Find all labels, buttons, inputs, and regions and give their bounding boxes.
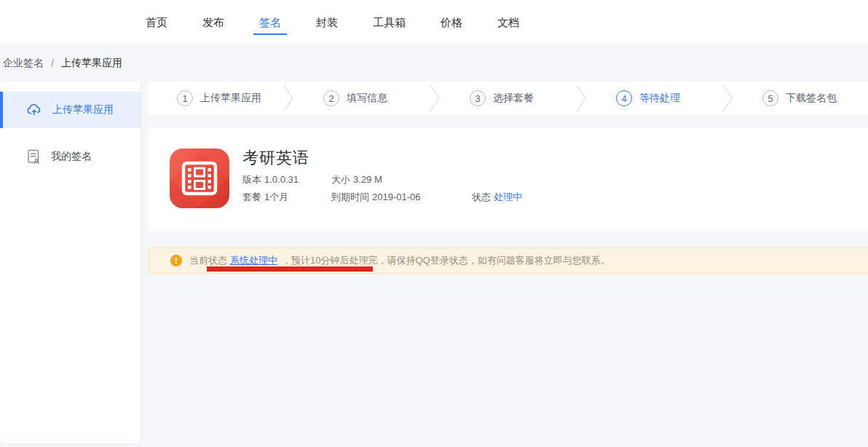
signature-doc-icon bbox=[26, 149, 41, 165]
status-link[interactable]: 处理中 bbox=[494, 191, 522, 202]
breadcrumb-current: 上传苹果应用 bbox=[61, 57, 122, 70]
app-meta-row: 套餐1个月 到期时间2019-01-06 状态处理中 bbox=[242, 191, 522, 202]
app-status: 状态处理中 bbox=[472, 191, 522, 202]
nav-item-toolbox[interactable]: 工具箱 bbox=[373, 0, 406, 45]
step-4-waiting-process: 4 等待处理 bbox=[587, 90, 722, 106]
app-info-card: 考研英语 版本1.0.0.31 大小3.29 M 套餐1个月 到期时间2019-… bbox=[148, 128, 868, 232]
app-size: 大小3.29 M bbox=[331, 174, 472, 185]
sidebar-item-upload-apple-app[interactable]: 上传苹果应用 bbox=[0, 92, 141, 128]
step-label: 下载签名包 bbox=[786, 92, 837, 105]
nav-item-signature[interactable]: 签名 bbox=[259, 0, 281, 45]
app-plan: 套餐1个月 bbox=[242, 191, 331, 202]
step-number: 2 bbox=[323, 90, 339, 106]
step-chevron-icon bbox=[575, 84, 587, 112]
step-3-choose-plan: 3 选择套餐 bbox=[441, 90, 575, 106]
alert-text-prefix: 当前状态 bbox=[189, 254, 227, 267]
step-number: 3 bbox=[470, 90, 486, 106]
step-2-fill-info: 2 填写信息 bbox=[294, 90, 429, 106]
sidebar-item-label: 上传苹果应用 bbox=[52, 103, 114, 116]
nav-item-home[interactable]: 首页 bbox=[146, 0, 167, 45]
step-chevron-icon bbox=[283, 84, 294, 112]
step-label: 填写信息 bbox=[347, 92, 387, 105]
system-processing-link[interactable]: 系统处理中 bbox=[230, 254, 277, 267]
breadcrumb-parent[interactable]: 企业签名 bbox=[3, 57, 44, 70]
app-info: 考研英语 版本1.0.0.31 大小3.29 M 套餐1个月 到期时间2019-… bbox=[242, 149, 522, 232]
step-chevron-icon bbox=[429, 84, 441, 112]
nav-item-price[interactable]: 价格 bbox=[441, 0, 462, 45]
app-expire-date: 到期时间2019-01-06 bbox=[331, 191, 472, 202]
sidebar-item-label: 我的签名 bbox=[51, 150, 92, 163]
breadcrumb: 企业签名 / 上传苹果应用 bbox=[0, 45, 868, 82]
red-underline-annotation bbox=[207, 266, 373, 272]
sidebar: 上传苹果应用 我的签名 bbox=[0, 82, 141, 444]
nav-item-docs[interactable]: 文档 bbox=[497, 0, 519, 45]
sidebar-item-my-signatures[interactable]: 我的签名 bbox=[0, 138, 141, 175]
top-navigation: 首页 发布 签名 封装 工具箱 价格 文档 bbox=[0, 0, 868, 45]
step-label: 等待处理 bbox=[639, 92, 680, 105]
cloud-upload-icon bbox=[26, 102, 42, 118]
breadcrumb-separator: / bbox=[51, 58, 54, 69]
main-content: 1 上传苹果应用 2 填写信息 3 选择套餐 4 等待处理 5 下载签名包 bbox=[148, 82, 868, 274]
app-version: 版本1.0.0.31 bbox=[242, 174, 331, 185]
step-5-download-package: 5 下载签名包 bbox=[733, 90, 868, 106]
step-1-upload: 1 上传苹果应用 bbox=[148, 90, 283, 106]
step-number: 4 bbox=[616, 90, 632, 106]
nav-item-package[interactable]: 封装 bbox=[316, 0, 338, 45]
step-label: 上传苹果应用 bbox=[200, 92, 261, 105]
processing-alert: ! 当前状态 系统处理中 ，预计10分钟后处理完，请保持QQ登录状态，如有问题客… bbox=[148, 248, 868, 274]
step-chevron-icon bbox=[722, 84, 733, 112]
steps-progress-bar: 1 上传苹果应用 2 填写信息 3 选择套餐 4 等待处理 5 下载签名包 bbox=[148, 82, 868, 115]
app-meta-row: 版本1.0.0.31 大小3.29 M bbox=[242, 174, 522, 185]
step-number: 5 bbox=[762, 90, 778, 106]
step-label: 选择套餐 bbox=[493, 92, 534, 105]
nav-item-publish[interactable]: 发布 bbox=[202, 0, 224, 45]
alert-text-rest: ，预计10分钟后处理完，请保持QQ登录状态，如有问题客服将立即与您联系。 bbox=[282, 254, 610, 267]
step-number: 1 bbox=[177, 90, 193, 106]
app-title: 考研英语 bbox=[242, 149, 522, 167]
film-strip-icon bbox=[170, 149, 229, 208]
warning-icon: ! bbox=[170, 255, 182, 266]
